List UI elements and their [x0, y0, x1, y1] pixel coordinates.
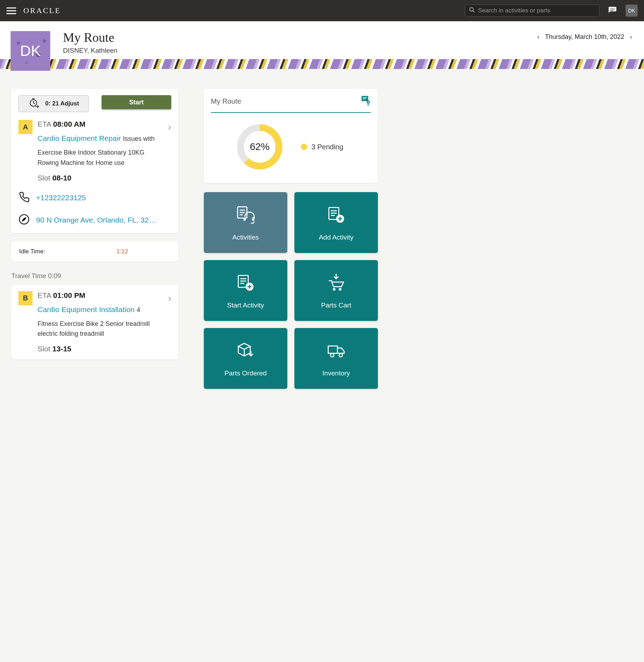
svg-rect-2 — [610, 9, 615, 10]
chat-icon[interactable] — [606, 5, 619, 17]
compass-icon — [18, 214, 30, 227]
svg-point-42 — [330, 353, 334, 357]
tile-parts-ordered[interactable]: Parts Ordered — [204, 328, 287, 389]
svg-rect-23 — [252, 217, 254, 220]
stopwatch-icon — [28, 97, 40, 111]
tile-add-activity[interactable]: Add Activity — [294, 192, 378, 253]
truck-icon — [326, 340, 347, 363]
eta-value: 08:00 AM — [53, 120, 85, 128]
tile-activities[interactable]: Activities — [204, 192, 287, 253]
svg-marker-10 — [22, 217, 26, 221]
activity-title-link[interactable]: Cardio Equipment Installation — [38, 305, 134, 313]
svg-point-38 — [333, 288, 336, 291]
tile-label: Parts Ordered — [224, 369, 266, 377]
search-input[interactable] — [478, 7, 596, 14]
tile-label: Start Activity — [227, 301, 264, 309]
svg-rect-41 — [328, 346, 338, 353]
svg-point-0 — [470, 7, 473, 11]
progress-donut: 62% — [236, 123, 284, 171]
tile-label: Activities — [232, 234, 259, 241]
svg-line-1 — [473, 11, 475, 12]
slot-value: 08-10 — [52, 174, 71, 182]
date-label[interactable]: Thursday, March 10th, 2022 — [545, 33, 624, 41]
page-user: DISNEY, Kathleen — [63, 47, 117, 54]
route-panel: My Route — [204, 89, 378, 183]
svg-point-39 — [339, 288, 342, 291]
user-avatar-large: DK — [11, 31, 50, 71]
pending-status: 3 Pending — [301, 143, 343, 151]
activity-desc: Fitness Exercise Bike 2 Senior treadmill… — [38, 319, 163, 339]
idle-card: Idle Time: 1:12 — [11, 242, 178, 261]
travel-time: Travel Time 0:09 — [11, 272, 178, 280]
search-box[interactable] — [465, 5, 599, 17]
route-letter: B — [18, 291, 33, 305]
slot-label: Slot — [38, 345, 50, 353]
slot-label: Slot — [38, 174, 50, 182]
activity-title-link[interactable]: Cardio Equipment Repair — [38, 134, 121, 142]
topbar: ORACLE DK — [0, 0, 644, 21]
route-panel-title: My Route — [211, 97, 241, 105]
eta-label: ETA — [38, 291, 51, 299]
phone-value: +12322223125 — [36, 194, 86, 202]
page-header: DK My Route DISNEY, Kathleen ‹ Thursday,… — [0, 21, 644, 59]
activity-title-tail: Issues with — [123, 135, 155, 142]
idle-value: 1:12 — [116, 248, 128, 255]
chevron-right-icon[interactable]: › — [168, 291, 171, 304]
svg-point-15 — [368, 102, 369, 103]
document-plus-icon — [235, 272, 256, 295]
tile-inventory[interactable]: Inventory — [294, 328, 378, 389]
eta-value: 01:00 PM — [53, 291, 85, 299]
phone-icon — [18, 191, 30, 205]
tile-label: Parts Cart — [321, 301, 351, 309]
tile-label: Add Activity — [319, 234, 353, 241]
date-nav: ‹ Thursday, March 10th, 2022 › — [536, 31, 633, 42]
box-down-icon — [235, 340, 256, 363]
address-row[interactable]: 90 N Orange Ave, Orlando, FL, 32… — [18, 214, 171, 227]
adjust-button[interactable]: 0: 21 Adjust — [18, 95, 89, 112]
progress-percent: 62% — [236, 123, 284, 171]
phone-row[interactable]: +12322223125 — [18, 191, 171, 205]
start-button[interactable]: Start — [102, 95, 171, 109]
search-icon — [469, 7, 475, 15]
route-map-icon[interactable] — [361, 95, 371, 107]
eta-label: ETA — [38, 120, 51, 128]
tile-parts-cart[interactable]: Parts Cart — [294, 260, 378, 321]
pending-label: 3 Pending — [311, 143, 343, 151]
svg-rect-22 — [243, 217, 246, 220]
svg-rect-3 — [610, 10, 614, 11]
tile-label: Inventory — [322, 369, 350, 377]
activity-card: 0: 21 Adjust Start A ETA 08:00 AM Cardio… — [11, 89, 178, 233]
idle-label: Idle Time: — [19, 248, 45, 255]
activity-card: B ETA 01:00 PM Cardio Equipment Installa… — [11, 285, 178, 360]
chevron-right-icon[interactable]: › — [168, 120, 171, 133]
page-title: My Route — [63, 31, 117, 44]
brand-logo: ORACLE — [23, 6, 61, 15]
tile-start-activity[interactable]: Start Activity — [204, 260, 287, 321]
date-prev-icon[interactable]: ‹ — [536, 32, 541, 42]
menu-icon[interactable] — [6, 6, 16, 16]
pending-dot-icon — [301, 144, 307, 150]
date-next-icon[interactable]: › — [628, 32, 633, 42]
activity-title-tail: 4 — [137, 306, 140, 313]
svg-point-43 — [339, 353, 342, 357]
document-plus-icon — [326, 204, 347, 227]
svg-rect-11 — [362, 96, 368, 101]
headset-document-icon — [235, 204, 256, 227]
activity-desc: Exercise Bike Indoor Stationary 10KG Row… — [38, 148, 163, 168]
header-stripe — [0, 59, 644, 69]
svg-line-6 — [33, 103, 35, 104]
route-letter: A — [18, 120, 33, 134]
address-value: 90 N Orange Ave, Orlando, FL, 32… — [36, 216, 156, 224]
slot-value: 13-15 — [52, 345, 71, 353]
avatar[interactable]: DK — [626, 5, 638, 17]
adjust-label: 0: 21 Adjust — [45, 100, 79, 107]
cart-icon — [326, 272, 347, 295]
